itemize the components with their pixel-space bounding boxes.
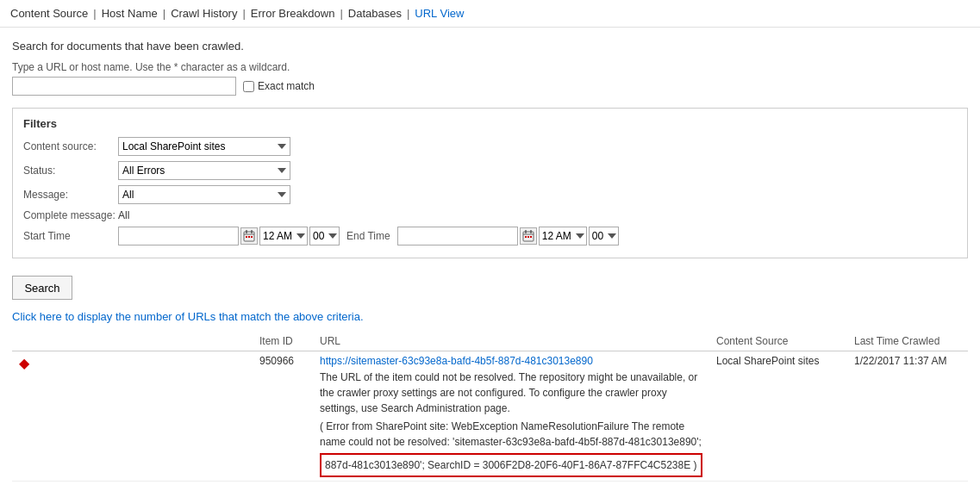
end-time-input[interactable]: [397, 227, 518, 246]
time-row: Start Time 12 AM 1 AM 00 15: [23, 227, 957, 246]
table-header-row: Item ID URL Content Source Last Time Cra…: [12, 332, 968, 351]
content-source-cell: Local SharePoint sites: [709, 351, 847, 482]
nav-item-host-name[interactable]: Host Name: [102, 7, 158, 20]
nav-bar: Content Source | Host Name | Crawl Histo…: [0, 0, 980, 28]
error-diamond-icon: ◆: [19, 356, 29, 370]
nav-separator-5: |: [407, 7, 409, 20]
svg-rect-11: [525, 236, 527, 238]
svg-rect-12: [527, 236, 529, 238]
nav-separator-4: |: [340, 7, 342, 20]
filters-title: Filters: [23, 117, 957, 130]
status-row: Status: All Errors: [23, 161, 957, 180]
start-time-label: Start Time: [23, 230, 118, 242]
exact-match-label[interactable]: Exact match: [243, 80, 315, 92]
url-hint: Type a URL or host name. Use the * chara…: [12, 61, 968, 73]
search-button[interactable]: Search: [12, 276, 72, 300]
filters-box: Filters Content source: Local SharePoint…: [12, 108, 968, 258]
end-time-minute-select[interactable]: 00 15 30 45: [589, 227, 619, 246]
svg-rect-9: [525, 230, 527, 233]
svg-rect-10: [530, 230, 532, 233]
col-header-lasttime: Last Time Crawled: [847, 332, 968, 351]
complete-message-value: All: [118, 209, 129, 221]
click-link[interactable]: Click here to display the number of URLs…: [12, 310, 968, 323]
url-cell: https://sitemaster-63c93e8a-bafd-4b5f-88…: [313, 351, 709, 482]
url-input[interactable]: [12, 77, 236, 96]
highlighted-text: 887d-481c3013e890'; SearchID = 3006F2D8-…: [320, 453, 702, 477]
svg-rect-4: [246, 236, 247, 238]
url-link[interactable]: https://sitemaster-63c93e8a-bafd-4b5f-88…: [320, 355, 593, 367]
start-time-input[interactable]: [118, 227, 239, 246]
content-source-label: Content source:: [23, 140, 118, 152]
results-table: Item ID URL Content Source Last Time Cra…: [12, 332, 968, 482]
svg-rect-2: [246, 230, 247, 233]
nav-item-error-breakdown[interactable]: Error Breakdown: [251, 7, 335, 20]
status-label: Status:: [23, 165, 118, 177]
main-content: Search for documents that have been craw…: [0, 28, 980, 491]
start-time-hour-select[interactable]: 12 AM 1 AM: [259, 227, 308, 246]
nav-item-databases[interactable]: Databases: [348, 7, 402, 20]
svg-rect-3: [251, 230, 253, 233]
start-calendar-icon[interactable]: [240, 227, 258, 245]
end-time-label: End Time: [346, 230, 390, 242]
col-header-itemid: Item ID: [253, 332, 313, 351]
content-source-row: Content source: Local SharePoint sites: [23, 137, 957, 156]
table-row: ◆ 950966 https://sitemaster-63c93e8a-baf…: [12, 351, 968, 482]
svg-rect-6: [251, 236, 253, 238]
svg-rect-13: [530, 236, 532, 238]
col-header-source: Content Source: [709, 332, 847, 351]
complete-message-label: Complete message:: [23, 209, 118, 221]
status-select[interactable]: All Errors: [118, 161, 290, 180]
error-detail2: ( Error from SharePoint site: WebExcepti…: [320, 419, 702, 450]
start-time-minute-select[interactable]: 00 15 30 45: [309, 227, 340, 246]
svg-rect-5: [248, 236, 250, 238]
end-calendar-icon[interactable]: [520, 227, 537, 245]
nav-item-crawl-history[interactable]: Crawl History: [171, 7, 237, 20]
nav-separator-3: |: [242, 7, 245, 20]
message-select[interactable]: All: [118, 185, 290, 204]
error-icon-cell: ◆: [12, 351, 253, 482]
message-row: Message: All: [23, 185, 957, 204]
error-detail: The URL of the item could not be resolve…: [320, 370, 702, 416]
nav-item-url-view[interactable]: URL View: [415, 7, 464, 20]
url-input-row: Exact match: [12, 77, 968, 96]
message-label: Message:: [23, 189, 118, 201]
exact-match-checkbox[interactable]: [243, 81, 254, 92]
last-crawled-cell: 1/22/2017 11:37 AM: [847, 351, 968, 482]
nav-item-content-source[interactable]: Content Source: [10, 7, 88, 20]
nav-separator-1: |: [93, 7, 96, 20]
col-header-icon: [12, 332, 253, 351]
nav-separator-2: |: [163, 7, 165, 20]
complete-message-row: Complete message: All: [23, 209, 957, 221]
end-time-hour-select[interactable]: 12 AM 1 AM: [539, 227, 587, 246]
page-description: Search for documents that have been craw…: [12, 40, 968, 53]
col-header-url: URL: [313, 332, 709, 351]
content-source-select[interactable]: Local SharePoint sites: [118, 137, 290, 156]
item-id-cell: 950966: [253, 351, 313, 482]
